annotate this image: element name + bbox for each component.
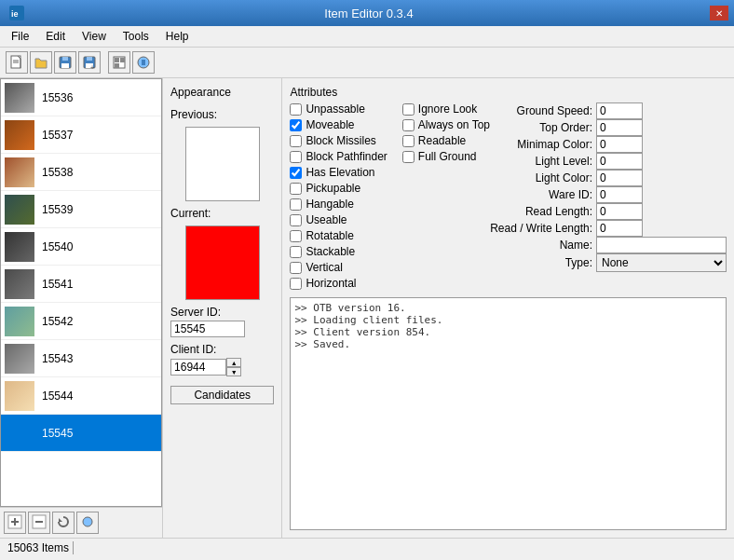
- field-row: Ware ID:: [490, 186, 727, 203]
- type-select[interactable]: None: [596, 253, 727, 272]
- field-label: Type:: [490, 256, 592, 269]
- list-item[interactable]: 15544: [1, 377, 161, 415]
- item-thumbnail: [5, 269, 34, 299]
- field-row: Read / Write Length:: [490, 220, 727, 237]
- list-item[interactable]: 15543: [1, 340, 161, 377]
- remove-item-button[interactable]: [28, 512, 50, 534]
- name-input[interactable]: [596, 237, 727, 253]
- checkbox-hangable[interactable]: [290, 198, 302, 211]
- field-row: Ground Speed:: [490, 102, 727, 119]
- svg-rect-14: [120, 58, 125, 62]
- list-item[interactable]: 15537: [1, 116, 161, 154]
- field-row: Name:: [490, 237, 727, 253]
- export-button[interactable]: [108, 51, 130, 74]
- checkbox-useable[interactable]: [290, 214, 302, 226]
- checkbox-label: Moveable: [306, 118, 354, 131]
- open-button[interactable]: [30, 51, 52, 74]
- save-as-button[interactable]: +: [78, 51, 101, 74]
- log-area[interactable]: >> OTB version 16.>> Loading client file…: [290, 297, 727, 530]
- spin-down-button[interactable]: ▼: [226, 367, 241, 376]
- item-list[interactable]: 1553615537155381553915540155411554215543…: [0, 78, 162, 507]
- checkbox-full-ground[interactable]: [402, 151, 415, 163]
- list-item[interactable]: 15545: [1, 415, 161, 452]
- item-thumbnail: [5, 83, 34, 113]
- spin-up-button[interactable]: ▲: [226, 358, 241, 367]
- field-label: Ware ID:: [490, 188, 592, 201]
- field-label: Ground Speed:: [490, 104, 592, 117]
- field-input[interactable]: [596, 170, 643, 186]
- candidates-button[interactable]: Candidates: [170, 386, 274, 404]
- menu-help[interactable]: Help: [158, 28, 197, 45]
- item-id: 15543: [42, 352, 73, 365]
- checkbox-label: Block Missiles: [306, 134, 375, 147]
- field-input[interactable]: [596, 203, 643, 220]
- field-input[interactable]: [596, 119, 643, 136]
- menu-tools[interactable]: Tools: [116, 28, 156, 45]
- appearance-panel: Appearance Previous: Current: Server ID:…: [163, 78, 282, 538]
- item-thumbnail: [5, 157, 34, 187]
- field-input[interactable]: [596, 153, 643, 170]
- checkbox-col1: UnpassableMoveableBlock MissilesBlock Pa…: [290, 102, 387, 290]
- item-id: 15540: [42, 240, 73, 253]
- add-item-button[interactable]: [4, 512, 26, 534]
- checkbox-has-elevation[interactable]: [290, 167, 302, 179]
- field-row: Minimap Color:: [490, 136, 727, 153]
- checkbox-row: Stackable: [290, 245, 387, 258]
- appearance-title: Appearance: [170, 86, 274, 99]
- server-id-input[interactable]: [170, 321, 245, 337]
- checkbox-columns: UnpassableMoveableBlock MissilesBlock Pa…: [290, 102, 490, 290]
- checkbox-readable[interactable]: [402, 135, 415, 147]
- attributes-title: Attributes: [290, 86, 727, 99]
- main-content: 1553615537155381553915540155411554215543…: [0, 78, 734, 538]
- checkbox-col2: Ignore LookAlways on TopReadableFull Gro…: [402, 102, 490, 290]
- svg-text:+: +: [90, 64, 94, 70]
- list-item[interactable]: 15540: [1, 228, 161, 266]
- list-item[interactable]: 15539: [1, 191, 161, 228]
- list-item[interactable]: 15536: [1, 79, 161, 116]
- checkbox-horizontal[interactable]: [290, 278, 302, 290]
- list-item[interactable]: 15541: [1, 266, 161, 303]
- svg-rect-17: [142, 60, 145, 65]
- checkbox-block-missiles[interactable]: [290, 135, 302, 147]
- checkbox-ignore-look[interactable]: [402, 103, 415, 116]
- menu-file[interactable]: File: [4, 28, 36, 45]
- field-row: Top Order:: [490, 119, 727, 136]
- checkbox-label: Stackable: [306, 245, 355, 258]
- field-input[interactable]: [596, 136, 643, 153]
- checkbox-label: Vertical: [306, 261, 342, 274]
- menu-edit[interactable]: Edit: [38, 28, 73, 45]
- attribute-fields: Ground Speed:Top Order:Minimap Color:Lig…: [490, 102, 727, 290]
- client-id-input[interactable]: [170, 359, 226, 376]
- checkbox-row: Ignore Look: [402, 102, 490, 116]
- checkbox-rotatable[interactable]: [290, 230, 302, 242]
- checkbox-vertical[interactable]: [290, 262, 302, 274]
- reload-button[interactable]: [52, 512, 75, 534]
- checkbox-row: Block Pathfinder: [290, 150, 387, 163]
- sprite-button[interactable]: [132, 51, 155, 74]
- sprite-list-button[interactable]: [76, 512, 99, 534]
- checkbox-label: Ignore Look: [418, 102, 477, 116]
- close-button[interactable]: ✕: [710, 6, 728, 20]
- list-item[interactable]: 15538: [1, 154, 161, 191]
- checkbox-block-pathfinder[interactable]: [290, 151, 302, 163]
- checkbox-pickupable[interactable]: [290, 183, 302, 195]
- field-input[interactable]: [596, 186, 643, 203]
- checkbox-row: Useable: [290, 213, 387, 226]
- checkbox-unpassable[interactable]: [290, 103, 302, 116]
- checkbox-always-on-top[interactable]: [402, 119, 415, 131]
- field-input[interactable]: [596, 220, 643, 237]
- svg-marker-23: [59, 518, 62, 522]
- checkbox-row: Block Missiles: [290, 134, 387, 147]
- item-count: 15063 Items: [7, 541, 69, 554]
- item-thumbnail: [5, 232, 34, 262]
- list-item[interactable]: 15542: [1, 303, 161, 340]
- checkbox-label: Readable: [418, 134, 466, 147]
- log-line: >> Client version 854.: [294, 326, 722, 338]
- menu-view[interactable]: View: [75, 28, 114, 45]
- save-button[interactable]: [54, 51, 76, 74]
- field-input[interactable]: [596, 102, 643, 119]
- checkbox-moveable[interactable]: [290, 119, 302, 131]
- new-button[interactable]: [6, 51, 28, 74]
- checkbox-stackable[interactable]: [290, 246, 302, 258]
- field-row: Light Color:: [490, 170, 727, 186]
